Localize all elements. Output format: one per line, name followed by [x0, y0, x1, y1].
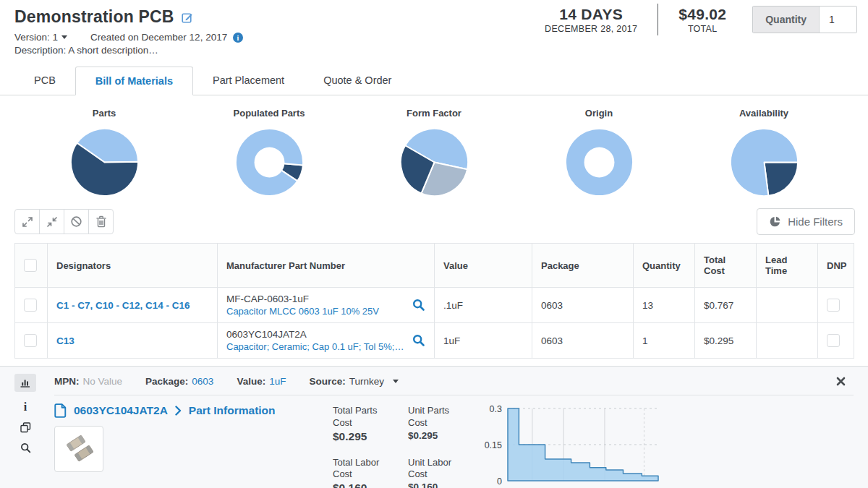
- search-part-button[interactable]: [20, 442, 31, 453]
- dnp-rows-button[interactable]: [64, 209, 89, 234]
- collapse-rows-button[interactable]: [39, 209, 64, 234]
- designators-link[interactable]: C13: [56, 335, 75, 346]
- cost-summary: Total Parts Cost $0.295 Unit Parts Cost …: [333, 405, 464, 488]
- search-part-icon[interactable]: [412, 334, 425, 347]
- datasheet-pdf-icon[interactable]: [54, 403, 67, 418]
- tab-pcb[interactable]: PCB: [14, 67, 75, 95]
- svg-text:0.3: 0.3: [490, 404, 502, 414]
- col-designators: Designators: [48, 244, 218, 288]
- total-cost-cell: $0.767: [695, 288, 757, 323]
- part-information-link[interactable]: Part Information: [189, 404, 276, 417]
- price-break-chart: 00.150.31505004,00012,000: [480, 402, 664, 488]
- dnp-checkbox[interactable]: [827, 299, 840, 312]
- cost-label: Total Labor Cost: [333, 457, 393, 481]
- chart-form-factor[interactable]: Form Factor: [352, 105, 516, 200]
- chart-populated-parts[interactable]: Populated Parts: [187, 105, 352, 200]
- mpn-description-link[interactable]: Capacitor; Ceramic; Cap 0.1 uF; Tol 5%; …: [226, 341, 407, 352]
- breadcrumb: 0603YC104JAT2A Part Information: [54, 403, 333, 418]
- form-factor-pie-chart[interactable]: [399, 127, 469, 200]
- total-labor-cost: Total Labor Cost $0.160: [333, 457, 393, 488]
- lead-time-value: 14 DAYS: [545, 6, 637, 23]
- origin-donut-chart[interactable]: [564, 127, 634, 200]
- unit-labor-cost: Unit Labor Cost $0.160: [408, 457, 464, 488]
- chart-title: Availability: [739, 108, 788, 119]
- cost-label: Unit Labor Cost: [408, 457, 464, 481]
- value-field-label: Value:: [237, 376, 265, 387]
- availability-pie-chart[interactable]: [729, 127, 799, 200]
- svg-text:0: 0: [497, 476, 502, 487]
- tab-quote-order[interactable]: Quote & Order: [304, 67, 411, 95]
- chevron-right-icon: [175, 406, 182, 416]
- cost-value: $0.295: [408, 430, 464, 441]
- close-panel-icon[interactable]: [836, 377, 846, 386]
- description-text: Description: A short description…: [14, 45, 854, 56]
- col-total-cost: Total Cost: [695, 244, 757, 288]
- tab-bar: PCB Bill of Materials Part Placement Quo…: [0, 67, 868, 95]
- package-field-label: Package:: [145, 376, 188, 387]
- page-title: Demonstration PCB: [14, 7, 174, 27]
- total-cost-cell: $0.295: [695, 323, 757, 359]
- parts-pie-chart[interactable]: [69, 127, 140, 200]
- quantity-cell: 1: [634, 323, 695, 359]
- quantity-label: Quantity: [753, 7, 819, 33]
- chart-title: Populated Parts: [234, 108, 305, 119]
- tab-part-placement[interactable]: Part Placement: [193, 67, 304, 95]
- part-summary-column: 0603YC104JAT2A Part Information: [54, 403, 333, 488]
- hide-filters-button[interactable]: Hide Filters: [757, 208, 855, 235]
- panel-divider: [54, 395, 854, 395]
- part-info-tab-button[interactable]: i: [24, 401, 27, 413]
- cost-value: $0.160: [408, 481, 464, 488]
- quantity-widget: Quantity 1: [752, 6, 857, 33]
- total-stat: $49.02 TOTAL: [678, 6, 726, 34]
- value-cell: .1uF: [435, 288, 532, 323]
- col-mpn: Manufacturer Part Number: [218, 244, 435, 288]
- value-cell: 1uF: [435, 323, 532, 359]
- unit-parts-cost: Unit Parts Cost $0.295: [408, 405, 464, 449]
- cost-label: Unit Parts Cost: [408, 405, 464, 429]
- part-number-link[interactable]: 0603YC104JAT2A: [74, 404, 168, 417]
- source-field-value: Turnkey: [349, 376, 384, 387]
- tab-bill-of-materials[interactable]: Bill of Materials: [75, 67, 193, 95]
- expand-rows-button[interactable]: [14, 209, 40, 234]
- detail-panel-main: MPN:No Value Package:0603 Value:1uF Sour…: [54, 367, 868, 488]
- col-dnp: DNP: [818, 244, 854, 288]
- source-dropdown[interactable]: Source:Turnkey: [309, 376, 399, 387]
- value-field-value[interactable]: 1uF: [269, 376, 286, 387]
- version-dropdown[interactable]: Version: 1: [14, 32, 67, 43]
- detail-fields: MPN:No Value Package:0603 Value:1uF Sour…: [54, 376, 854, 387]
- col-lead-time: Lead Time: [757, 244, 818, 288]
- delete-rows-button[interactable]: [88, 209, 114, 234]
- cost-value: $0.295: [333, 430, 393, 443]
- chart-parts[interactable]: Parts: [22, 105, 187, 200]
- edit-title-icon[interactable]: [182, 12, 193, 23]
- dnp-checkbox[interactable]: [827, 334, 840, 347]
- lead-time-cell: [757, 323, 818, 359]
- created-date-text: Created on December 12, 2017: [90, 32, 227, 43]
- row-checkbox[interactable]: [24, 334, 37, 347]
- part-thumbnail[interactable]: [54, 426, 103, 472]
- copy-part-button[interactable]: [20, 422, 31, 433]
- designators-link[interactable]: C1 - C7, C10 - C12, C14 - C16: [56, 300, 190, 311]
- price-chart-tab-button[interactable]: [14, 374, 36, 392]
- capacitor-photo: [59, 431, 98, 467]
- info-icon: i: [24, 401, 27, 413]
- stat-divider: [658, 4, 658, 35]
- table-row: C13 0603YC104JAT2A Capacitor; Ceramic; C…: [15, 323, 854, 359]
- package-field-value[interactable]: 0603: [192, 376, 213, 387]
- page-header: Demonstration PCB Version: 1 Created on …: [0, 0, 868, 56]
- table-row: C1 - C7, C10 - C12, C14 - C16 MF-CAP-060…: [15, 288, 854, 323]
- populated-parts-donut-chart[interactable]: [234, 127, 305, 200]
- chart-origin[interactable]: Origin: [516, 105, 681, 200]
- table-header-row: Designators Manufacturer Part Number Val…: [15, 244, 854, 288]
- row-checkbox[interactable]: [24, 299, 37, 312]
- copy-icon: [20, 422, 31, 433]
- ban-icon: [70, 215, 82, 228]
- lead-time-cell: [757, 288, 818, 323]
- info-icon[interactable]: i: [233, 33, 243, 43]
- select-all-checkbox[interactable]: [24, 259, 37, 272]
- chart-availability[interactable]: Availability: [681, 105, 846, 200]
- search-part-icon[interactable]: [412, 299, 425, 312]
- cost-label: Total Parts Cost: [333, 405, 393, 429]
- quantity-input[interactable]: 1: [819, 7, 856, 33]
- mpn-description-link[interactable]: Capacitor MLCC 0603 1uF 10% 25V: [226, 306, 379, 317]
